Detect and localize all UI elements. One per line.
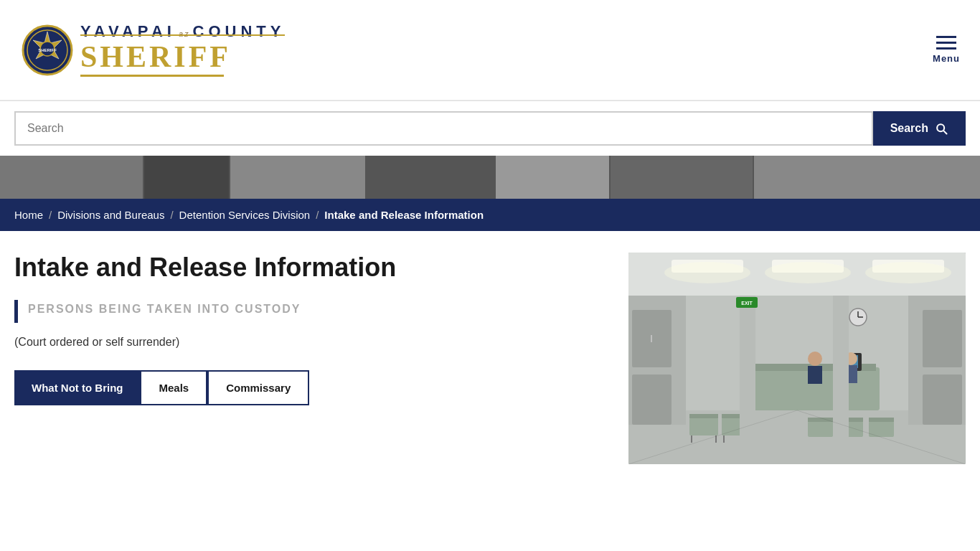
breadcrumb: Home / Divisions and Bureaus / Detention…: [0, 199, 980, 231]
content-left: Intake and Release Information PERSONS B…: [14, 253, 607, 464]
svg-rect-28: [923, 310, 962, 367]
section-label: PERSONS BEING TAKEN INTO CUSTODY: [28, 300, 301, 319]
svg-point-34: [765, 262, 851, 283]
sheriff-badge-icon: SHERIFF: [22, 24, 73, 76]
breadcrumb-sep-1: /: [49, 209, 52, 221]
svg-rect-47: [689, 414, 718, 418]
svg-rect-45: [689, 418, 718, 435]
accent-block: PERSONS BEING TAKEN INTO CUSTODY: [14, 300, 607, 323]
svg-rect-25: [632, 375, 672, 425]
search-bar: Search: [0, 100, 980, 156]
search-input[interactable]: [14, 111, 873, 146]
accent-bar: [14, 300, 18, 323]
tabs: What Not to Bring Meals Commissary: [14, 370, 607, 405]
logo-az: az: [179, 29, 190, 38]
svg-rect-12: [753, 156, 980, 199]
svg-rect-59: [740, 296, 755, 453]
search-button[interactable]: Search: [873, 111, 966, 146]
svg-point-33: [664, 262, 750, 283]
logo-sheriff: SHERIFF: [80, 40, 231, 73]
menu-label: Menu: [933, 53, 960, 64]
svg-rect-49: [808, 421, 833, 437]
breadcrumb-detention[interactable]: Detention Services Division: [179, 209, 311, 221]
svg-rect-11: [610, 156, 753, 199]
logo-county: COUNTY: [193, 23, 286, 40]
hamburger-icon: [936, 36, 956, 50]
header: SHERIFF YAVAPAI az COUNTY SHERIFF Menu: [0, 0, 980, 100]
svg-rect-52: [808, 418, 833, 422]
svg-rect-60: [833, 296, 849, 453]
page-title: Intake and Release Information: [14, 253, 607, 283]
breadcrumb-home[interactable]: Home: [14, 209, 43, 221]
breadcrumb-sep-3: /: [316, 209, 319, 221]
svg-point-41: [808, 352, 822, 366]
hero-strip: [0, 156, 980, 199]
svg-text:EXIT: EXIT: [741, 301, 753, 306]
sheriff-underline: [80, 75, 224, 77]
svg-rect-9: [366, 156, 495, 199]
logo-yavapai: YAVAPAI: [80, 23, 176, 40]
svg-rect-10: [495, 156, 610, 199]
content-right: EXIT: [628, 253, 966, 464]
facility-interior-svg: EXIT: [628, 253, 966, 464]
svg-rect-54: [869, 418, 894, 422]
svg-rect-29: [923, 375, 962, 425]
svg-rect-42: [808, 366, 822, 384]
breadcrumb-sep-2: /: [170, 209, 173, 221]
svg-rect-8: [230, 156, 366, 199]
tab-commissary[interactable]: Commissary: [207, 370, 309, 405]
tab-meals[interactable]: Meals: [140, 370, 207, 405]
facility-image: EXIT: [628, 253, 966, 464]
breadcrumb-divisions[interactable]: Divisions and Bureaus: [57, 209, 164, 221]
main-content: Intake and Release Information PERSONS B…: [0, 231, 980, 486]
subtitle: (Court ordered or self surrender): [14, 336, 607, 349]
search-button-label: Search: [890, 122, 928, 135]
logo-text: YAVAPAI az COUNTY SHERIFF: [80, 23, 285, 77]
svg-rect-7: [143, 156, 230, 199]
search-icon: [934, 121, 948, 136]
breadcrumb-current: Intake and Release Information: [324, 209, 484, 221]
svg-point-35: [865, 262, 951, 283]
svg-text:SHERIFF: SHERIFF: [38, 48, 57, 52]
hero-image: [0, 156, 980, 199]
tab-what-not-to-bring[interactable]: What Not to Bring: [14, 370, 140, 405]
logo-area: SHERIFF YAVAPAI az COUNTY SHERIFF: [14, 23, 285, 77]
svg-rect-6: [0, 156, 143, 199]
menu-button[interactable]: Menu: [927, 30, 966, 70]
